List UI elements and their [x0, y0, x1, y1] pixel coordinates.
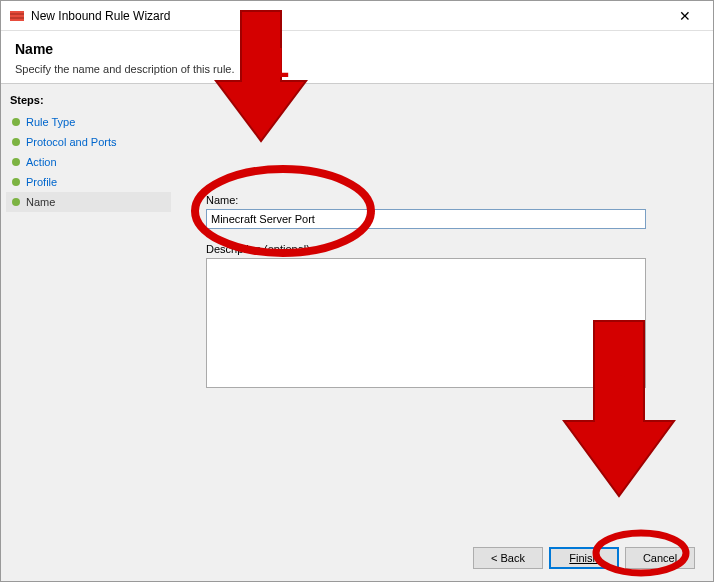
back-button[interactable]: < Back	[473, 547, 543, 569]
step-label: Action	[26, 156, 57, 168]
step-bullet-icon	[12, 118, 20, 126]
cancel-button[interactable]: Cancel	[625, 547, 695, 569]
step-profile[interactable]: Profile	[6, 172, 171, 192]
page-title: Name	[15, 41, 699, 57]
button-row: < Back Finish Cancel	[473, 547, 695, 569]
name-label: Name:	[206, 194, 683, 206]
wizard-window: New Inbound Rule Wizard ✕ Name Specify t…	[0, 0, 714, 582]
steps-sidebar: Steps: Rule Type Protocol and Ports Acti…	[1, 84, 176, 581]
close-button[interactable]: ✕	[665, 2, 705, 30]
step-rule-type[interactable]: Rule Type	[6, 112, 171, 132]
form-area: Name: Description (optional):	[206, 194, 683, 391]
firewall-icon	[9, 8, 25, 24]
page-subtitle: Specify the name and description of this…	[15, 63, 699, 75]
step-label: Rule Type	[26, 116, 75, 128]
svg-rect-1	[10, 11, 24, 13]
window-title: New Inbound Rule Wizard	[31, 9, 665, 23]
step-bullet-icon	[12, 158, 20, 166]
steps-title: Steps:	[6, 94, 171, 106]
finish-button[interactable]: Finish	[549, 547, 619, 569]
step-action[interactable]: Action	[6, 152, 171, 172]
step-bullet-icon	[12, 178, 20, 186]
main-panel: Name: Description (optional): < Back Fin…	[176, 84, 713, 581]
description-input[interactable]	[206, 258, 646, 388]
description-label: Description (optional):	[206, 243, 683, 255]
name-input[interactable]	[206, 209, 646, 229]
step-label: Profile	[26, 176, 57, 188]
step-label: Protocol and Ports	[26, 136, 117, 148]
step-bullet-icon	[12, 198, 20, 206]
step-bullet-icon	[12, 138, 20, 146]
step-protocol-ports[interactable]: Protocol and Ports	[6, 132, 171, 152]
close-icon: ✕	[679, 8, 691, 24]
svg-rect-2	[10, 15, 24, 17]
titlebar: New Inbound Rule Wizard ✕	[1, 1, 713, 31]
wizard-body: Steps: Rule Type Protocol and Ports Acti…	[1, 84, 713, 581]
step-name[interactable]: Name	[6, 192, 171, 212]
wizard-header: Name Specify the name and description of…	[1, 31, 713, 84]
step-label: Name	[26, 196, 55, 208]
svg-rect-3	[10, 19, 24, 21]
